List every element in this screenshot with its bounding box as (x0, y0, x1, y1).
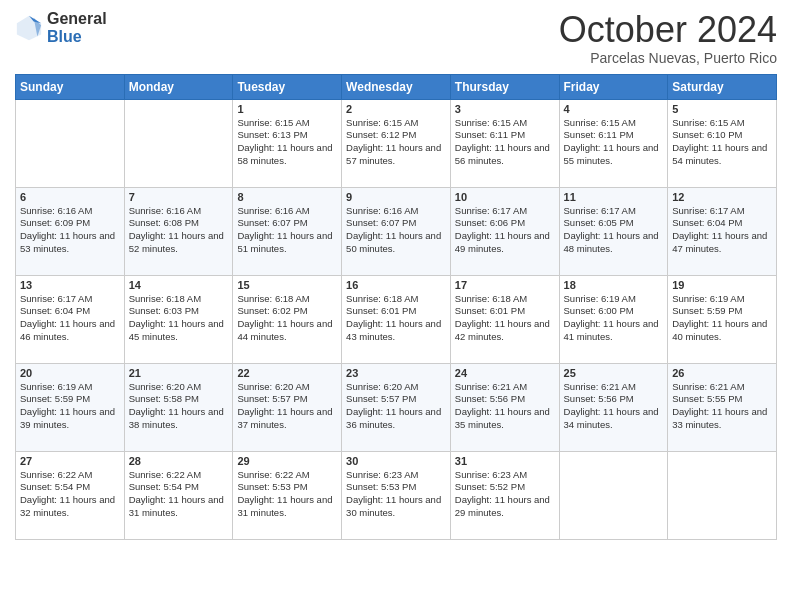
calendar-cell (559, 451, 668, 539)
header: General Blue October 2024 Parcelas Nueva… (15, 10, 777, 66)
calendar-cell: 30Sunrise: 6:23 AM Sunset: 5:53 PM Dayli… (342, 451, 451, 539)
day-info: Sunrise: 6:20 AM Sunset: 5:57 PM Dayligh… (237, 381, 337, 432)
day-info: Sunrise: 6:15 AM Sunset: 6:10 PM Dayligh… (672, 117, 772, 168)
calendar-cell: 1Sunrise: 6:15 AM Sunset: 6:13 PM Daylig… (233, 99, 342, 187)
weekday-header-friday: Friday (559, 74, 668, 99)
location-subtitle: Parcelas Nuevas, Puerto Rico (559, 50, 777, 66)
day-info: Sunrise: 6:19 AM Sunset: 5:59 PM Dayligh… (672, 293, 772, 344)
weekday-header-thursday: Thursday (450, 74, 559, 99)
weekday-header-sunday: Sunday (16, 74, 125, 99)
day-info: Sunrise: 6:23 AM Sunset: 5:52 PM Dayligh… (455, 469, 555, 520)
day-number: 23 (346, 367, 446, 379)
calendar-cell: 11Sunrise: 6:17 AM Sunset: 6:05 PM Dayli… (559, 187, 668, 275)
calendar-week-row: 20Sunrise: 6:19 AM Sunset: 5:59 PM Dayli… (16, 363, 777, 451)
calendar-cell: 23Sunrise: 6:20 AM Sunset: 5:57 PM Dayli… (342, 363, 451, 451)
calendar-cell: 3Sunrise: 6:15 AM Sunset: 6:11 PM Daylig… (450, 99, 559, 187)
day-number: 15 (237, 279, 337, 291)
calendar-cell: 26Sunrise: 6:21 AM Sunset: 5:55 PM Dayli… (668, 363, 777, 451)
day-number: 14 (129, 279, 229, 291)
day-number: 24 (455, 367, 555, 379)
day-info: Sunrise: 6:15 AM Sunset: 6:12 PM Dayligh… (346, 117, 446, 168)
calendar-week-row: 1Sunrise: 6:15 AM Sunset: 6:13 PM Daylig… (16, 99, 777, 187)
logo-general-text: General (47, 10, 107, 28)
day-number: 12 (672, 191, 772, 203)
weekday-header-tuesday: Tuesday (233, 74, 342, 99)
calendar-cell: 15Sunrise: 6:18 AM Sunset: 6:02 PM Dayli… (233, 275, 342, 363)
calendar-cell: 16Sunrise: 6:18 AM Sunset: 6:01 PM Dayli… (342, 275, 451, 363)
day-info: Sunrise: 6:23 AM Sunset: 5:53 PM Dayligh… (346, 469, 446, 520)
calendar-cell: 21Sunrise: 6:20 AM Sunset: 5:58 PM Dayli… (124, 363, 233, 451)
calendar-cell: 7Sunrise: 6:16 AM Sunset: 6:08 PM Daylig… (124, 187, 233, 275)
day-info: Sunrise: 6:16 AM Sunset: 6:09 PM Dayligh… (20, 205, 120, 256)
day-number: 30 (346, 455, 446, 467)
day-info: Sunrise: 6:21 AM Sunset: 5:55 PM Dayligh… (672, 381, 772, 432)
calendar-cell: 12Sunrise: 6:17 AM Sunset: 6:04 PM Dayli… (668, 187, 777, 275)
weekday-header-monday: Monday (124, 74, 233, 99)
calendar-week-row: 27Sunrise: 6:22 AM Sunset: 5:54 PM Dayli… (16, 451, 777, 539)
calendar-cell: 17Sunrise: 6:18 AM Sunset: 6:01 PM Dayli… (450, 275, 559, 363)
day-number: 2 (346, 103, 446, 115)
calendar-cell (668, 451, 777, 539)
day-info: Sunrise: 6:15 AM Sunset: 6:11 PM Dayligh… (564, 117, 664, 168)
day-info: Sunrise: 6:16 AM Sunset: 6:08 PM Dayligh… (129, 205, 229, 256)
calendar-cell: 5Sunrise: 6:15 AM Sunset: 6:10 PM Daylig… (668, 99, 777, 187)
calendar-cell (16, 99, 125, 187)
day-number: 16 (346, 279, 446, 291)
calendar-week-row: 13Sunrise: 6:17 AM Sunset: 6:04 PM Dayli… (16, 275, 777, 363)
day-number: 7 (129, 191, 229, 203)
calendar-cell: 4Sunrise: 6:15 AM Sunset: 6:11 PM Daylig… (559, 99, 668, 187)
logo-blue-text: Blue (47, 28, 107, 46)
day-number: 6 (20, 191, 120, 203)
day-info: Sunrise: 6:15 AM Sunset: 6:11 PM Dayligh… (455, 117, 555, 168)
page: General Blue October 2024 Parcelas Nueva… (0, 0, 792, 612)
calendar-cell: 31Sunrise: 6:23 AM Sunset: 5:52 PM Dayli… (450, 451, 559, 539)
day-info: Sunrise: 6:20 AM Sunset: 5:58 PM Dayligh… (129, 381, 229, 432)
month-title: October 2024 (559, 10, 777, 50)
calendar-cell: 9Sunrise: 6:16 AM Sunset: 6:07 PM Daylig… (342, 187, 451, 275)
day-number: 9 (346, 191, 446, 203)
day-number: 17 (455, 279, 555, 291)
calendar-cell: 2Sunrise: 6:15 AM Sunset: 6:12 PM Daylig… (342, 99, 451, 187)
logo-text: General Blue (47, 10, 107, 45)
day-info: Sunrise: 6:16 AM Sunset: 6:07 PM Dayligh… (237, 205, 337, 256)
day-info: Sunrise: 6:22 AM Sunset: 5:53 PM Dayligh… (237, 469, 337, 520)
calendar-cell: 27Sunrise: 6:22 AM Sunset: 5:54 PM Dayli… (16, 451, 125, 539)
calendar-cell: 14Sunrise: 6:18 AM Sunset: 6:03 PM Dayli… (124, 275, 233, 363)
day-number: 19 (672, 279, 772, 291)
day-number: 3 (455, 103, 555, 115)
day-info: Sunrise: 6:17 AM Sunset: 6:06 PM Dayligh… (455, 205, 555, 256)
title-block: October 2024 Parcelas Nuevas, Puerto Ric… (559, 10, 777, 66)
calendar-cell (124, 99, 233, 187)
calendar-table: SundayMondayTuesdayWednesdayThursdayFrid… (15, 74, 777, 540)
calendar-cell: 8Sunrise: 6:16 AM Sunset: 6:07 PM Daylig… (233, 187, 342, 275)
day-number: 22 (237, 367, 337, 379)
day-number: 26 (672, 367, 772, 379)
day-info: Sunrise: 6:17 AM Sunset: 6:04 PM Dayligh… (20, 293, 120, 344)
day-number: 28 (129, 455, 229, 467)
day-number: 27 (20, 455, 120, 467)
day-number: 1 (237, 103, 337, 115)
day-number: 4 (564, 103, 664, 115)
calendar-cell: 28Sunrise: 6:22 AM Sunset: 5:54 PM Dayli… (124, 451, 233, 539)
calendar-cell: 18Sunrise: 6:19 AM Sunset: 6:00 PM Dayli… (559, 275, 668, 363)
calendar-cell: 13Sunrise: 6:17 AM Sunset: 6:04 PM Dayli… (16, 275, 125, 363)
calendar-cell: 22Sunrise: 6:20 AM Sunset: 5:57 PM Dayli… (233, 363, 342, 451)
calendar-cell: 24Sunrise: 6:21 AM Sunset: 5:56 PM Dayli… (450, 363, 559, 451)
day-info: Sunrise: 6:18 AM Sunset: 6:03 PM Dayligh… (129, 293, 229, 344)
day-info: Sunrise: 6:17 AM Sunset: 6:05 PM Dayligh… (564, 205, 664, 256)
calendar-cell: 19Sunrise: 6:19 AM Sunset: 5:59 PM Dayli… (668, 275, 777, 363)
weekday-header-row: SundayMondayTuesdayWednesdayThursdayFrid… (16, 74, 777, 99)
logo-icon (15, 14, 43, 42)
day-number: 31 (455, 455, 555, 467)
day-info: Sunrise: 6:18 AM Sunset: 6:02 PM Dayligh… (237, 293, 337, 344)
day-number: 11 (564, 191, 664, 203)
day-number: 25 (564, 367, 664, 379)
day-number: 5 (672, 103, 772, 115)
day-info: Sunrise: 6:18 AM Sunset: 6:01 PM Dayligh… (455, 293, 555, 344)
day-info: Sunrise: 6:19 AM Sunset: 5:59 PM Dayligh… (20, 381, 120, 432)
calendar-cell: 6Sunrise: 6:16 AM Sunset: 6:09 PM Daylig… (16, 187, 125, 275)
calendar-week-row: 6Sunrise: 6:16 AM Sunset: 6:09 PM Daylig… (16, 187, 777, 275)
calendar-cell: 25Sunrise: 6:21 AM Sunset: 5:56 PM Dayli… (559, 363, 668, 451)
calendar-cell: 20Sunrise: 6:19 AM Sunset: 5:59 PM Dayli… (16, 363, 125, 451)
day-number: 21 (129, 367, 229, 379)
